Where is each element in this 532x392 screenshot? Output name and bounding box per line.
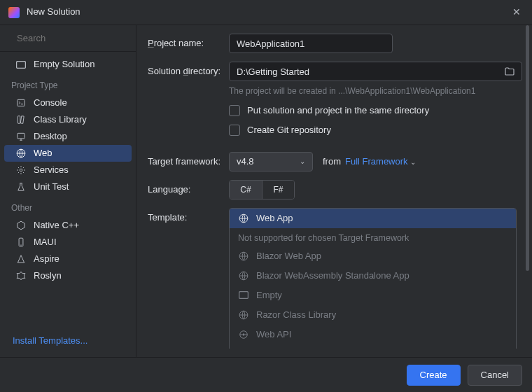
svg-rect-5	[20, 115, 24, 123]
chevron-down-icon: ⌄	[300, 157, 305, 167]
sidebar-item-aspire[interactable]: Aspire	[4, 251, 132, 267]
svg-rect-2	[17, 61, 26, 68]
sidebar-item-label: Desktop	[34, 130, 67, 143]
template-item-web-api-native-aot-[interactable]: Web API (native AOT)	[230, 344, 516, 349]
solution-dir-input[interactable]	[229, 62, 522, 81]
dropdown-value: v4.8	[237, 155, 300, 168]
sidebar-item-label: Console	[34, 97, 67, 109]
titlebar: New Solution ✕	[0, 0, 532, 25]
cancel-button[interactable]: Cancel	[468, 365, 522, 386]
footer: Create Cancel	[0, 357, 532, 392]
globe-icon	[238, 251, 249, 262]
template-item-label: Web API	[256, 328, 291, 341]
create-git-label: Create Git repository	[247, 124, 331, 136]
template-item-label: Web App	[256, 212, 293, 225]
template-item-blazor-webassembly-standalone-app[interactable]: Blazor WebAssembly Standalone App	[230, 266, 516, 286]
content-pane: Project name: Solution directory: The pr…	[136, 25, 532, 357]
class-library-icon	[15, 114, 27, 125]
aspire-icon	[15, 253, 27, 265]
desktop-icon	[15, 131, 27, 142]
maui-icon	[15, 237, 27, 248]
language-fsharp[interactable]: F#	[262, 181, 294, 199]
target-framework-dropdown[interactable]: v4.8 ⌄	[229, 152, 313, 172]
services-icon	[15, 164, 27, 176]
sidebar-item-label: Aspire	[34, 253, 59, 265]
template-list: Web App Not supported for chosen Target …	[229, 208, 517, 349]
app-logo	[8, 7, 20, 18]
svg-rect-4	[18, 116, 20, 124]
search-input[interactable]	[17, 33, 134, 43]
language-segmented: C# F#	[229, 180, 295, 200]
svg-point-17	[243, 334, 244, 335]
solution-dir-label: Solution directory:	[148, 65, 229, 78]
rect-icon	[238, 290, 249, 301]
chevron-down-icon: ⌄	[410, 158, 416, 166]
sidebar-item-services[interactable]: Services	[4, 162, 132, 178]
sidebar-item-desktop[interactable]: Desktop	[4, 128, 132, 145]
native-c--icon	[15, 220, 27, 231]
sidebar-item-label: Class Library	[34, 113, 87, 126]
template-item-empty[interactable]: Empty	[230, 286, 516, 305]
template-item-label: Blazor Web App	[256, 250, 321, 262]
template-label: Template:	[148, 208, 229, 224]
close-icon[interactable]: ✕	[510, 6, 524, 20]
template-item-blazor-web-app[interactable]: Blazor Web App	[230, 246, 516, 266]
sidebar-item-label: Web	[34, 147, 52, 160]
svg-rect-3	[18, 99, 25, 106]
rect-icon	[15, 59, 27, 70]
globe-icon	[238, 213, 249, 224]
browse-folder-button[interactable]	[503, 64, 517, 78]
language-csharp[interactable]: C#	[230, 181, 262, 199]
svg-rect-6	[18, 133, 25, 139]
language-label: Language:	[148, 183, 229, 196]
sidebar-item-label: Empty Solution	[34, 58, 94, 71]
create-button[interactable]: Create	[407, 365, 461, 386]
roslyn-icon	[15, 270, 27, 281]
svg-rect-14	[239, 292, 248, 299]
unit-test-icon	[15, 181, 27, 192]
template-item-label: Razor Class Library	[256, 309, 336, 321]
sidebar-item-class-library[interactable]: Class Library	[4, 111, 132, 128]
same-dir-label: Put solution and project in the same dir…	[247, 104, 429, 117]
sidebar-item-label: Services	[34, 164, 69, 176]
globe-icon	[238, 270, 249, 281]
install-templates-link[interactable]: Install Templates...	[13, 335, 88, 346]
same-dir-checkbox[interactable]	[229, 105, 240, 116]
sidebar-item-native-c-[interactable]: Native C++	[4, 217, 132, 234]
from-label: from	[323, 155, 341, 168]
api-icon	[238, 329, 249, 340]
sidebar: Empty Solution Project Type ConsoleClass…	[0, 25, 136, 357]
sidebar-item-web[interactable]: Web	[4, 145, 132, 162]
folder-icon	[505, 67, 514, 76]
sidebar-item-label: Roslyn	[34, 270, 62, 282]
sidebar-item-unit-test[interactable]: Unit Test	[4, 178, 132, 195]
template-item-web-api[interactable]: Web API	[230, 325, 516, 344]
template-item-label: Blazor WebAssembly Standalone App	[256, 270, 410, 282]
template-section-label: Not supported for chosen Target Framewor…	[230, 228, 516, 246]
web-icon	[15, 148, 27, 159]
sidebar-item-maui[interactable]: MAUI	[4, 234, 132, 251]
sidebar-item-console[interactable]: Console	[4, 94, 132, 111]
sidebar-item-label: MAUI	[34, 236, 57, 248]
project-name-input[interactable]	[229, 34, 393, 53]
path-hint: The project will be created in ...\WebAp…	[229, 85, 517, 97]
window-title: New Solution	[27, 6, 510, 18]
sidebar-item-empty-solution[interactable]: Empty Solution	[4, 56, 132, 73]
sidebar-item-label: Unit Test	[34, 181, 69, 193]
section-label: Other	[0, 195, 136, 217]
project-name-label: Project name:	[148, 37, 229, 50]
console-icon	[15, 97, 27, 108]
sidebar-item-roslyn[interactable]: Roslyn	[4, 267, 132, 284]
template-item-label: Empty	[256, 289, 282, 302]
template-item-selected[interactable]: Web App	[230, 209, 516, 228]
scrollbar-thumb[interactable]	[526, 25, 529, 271]
search-bar	[0, 25, 136, 52]
globe-icon	[238, 309, 249, 321]
create-git-checkbox[interactable]	[229, 125, 240, 136]
svg-point-10	[21, 244, 22, 245]
template-item-razor-class-library[interactable]: Razor Class Library	[230, 305, 516, 325]
framework-link[interactable]: Full Framework ⌄	[345, 155, 416, 168]
section-label: Project Type	[0, 73, 136, 94]
template-item-label: Web API (native AOT)	[256, 348, 345, 349]
sidebar-item-label: Native C++	[34, 219, 79, 232]
